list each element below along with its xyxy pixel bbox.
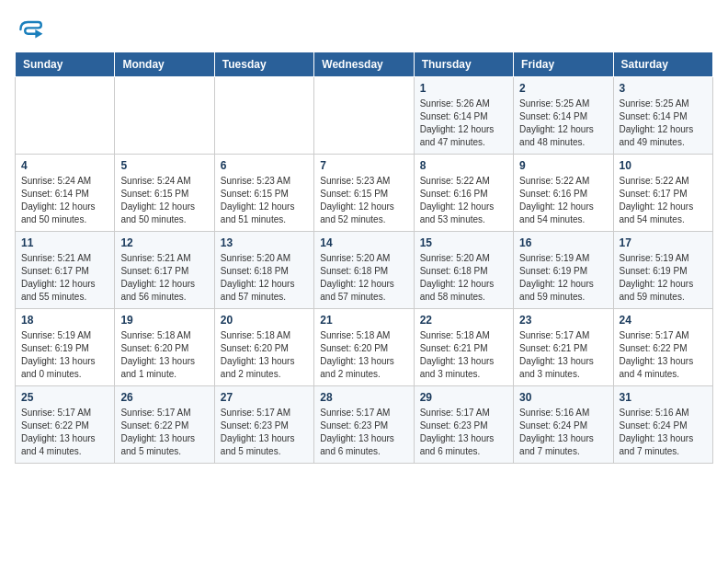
week-row-5: 25Sunrise: 5:17 AM Sunset: 6:22 PM Dayli… <box>16 386 713 464</box>
day-cell: 30Sunrise: 5:16 AM Sunset: 6:24 PM Dayli… <box>514 386 613 464</box>
day-number: 31 <box>620 391 707 404</box>
day-info: Sunrise: 5:25 AM Sunset: 6:14 PM Dayligh… <box>519 98 607 149</box>
day-cell: 23Sunrise: 5:17 AM Sunset: 6:21 PM Dayli… <box>514 309 613 386</box>
day-cell: 31Sunrise: 5:16 AM Sunset: 6:24 PM Dayli… <box>613 386 712 464</box>
day-number: 9 <box>519 159 607 172</box>
day-number: 10 <box>620 159 707 172</box>
day-info: Sunrise: 5:17 AM Sunset: 6:21 PM Dayligh… <box>519 329 607 381</box>
day-number: 25 <box>21 391 108 404</box>
day-info: Sunrise: 5:17 AM Sunset: 6:22 PM Dayligh… <box>120 407 208 458</box>
day-number: 3 <box>620 82 707 95</box>
day-cell: 18Sunrise: 5:19 AM Sunset: 6:19 PM Dayli… <box>16 309 115 386</box>
day-info: Sunrise: 5:24 AM Sunset: 6:14 PM Dayligh… <box>21 175 108 226</box>
day-info: Sunrise: 5:17 AM Sunset: 6:23 PM Dayligh… <box>320 407 407 458</box>
day-number: 26 <box>120 391 208 404</box>
day-number: 13 <box>221 236 308 249</box>
day-info: Sunrise: 5:18 AM Sunset: 6:20 PM Dayligh… <box>221 329 308 381</box>
day-info: Sunrise: 5:16 AM Sunset: 6:24 PM Dayligh… <box>620 407 707 458</box>
day-header-friday: Friday <box>514 52 613 77</box>
day-cell: 2Sunrise: 5:25 AM Sunset: 6:14 PM Daylig… <box>514 77 613 155</box>
day-cell: 27Sunrise: 5:17 AM Sunset: 6:23 PM Dayli… <box>214 386 313 464</box>
day-number: 1 <box>420 82 507 95</box>
day-info: Sunrise: 5:23 AM Sunset: 6:15 PM Dayligh… <box>320 175 407 226</box>
day-info: Sunrise: 5:19 AM Sunset: 6:19 PM Dayligh… <box>21 329 108 381</box>
day-number: 27 <box>221 391 308 404</box>
day-info: Sunrise: 5:19 AM Sunset: 6:19 PM Dayligh… <box>620 252 707 304</box>
day-number: 29 <box>420 391 507 404</box>
day-number: 4 <box>21 159 108 172</box>
week-row-1: 1Sunrise: 5:26 AM Sunset: 6:14 PM Daylig… <box>16 77 713 155</box>
day-header-monday: Monday <box>115 52 214 77</box>
day-number: 24 <box>620 314 707 327</box>
day-cell: 28Sunrise: 5:17 AM Sunset: 6:23 PM Dayli… <box>314 386 414 464</box>
day-cell: 1Sunrise: 5:26 AM Sunset: 6:14 PM Daylig… <box>414 77 513 155</box>
page-header <box>15 15 713 44</box>
day-number: 20 <box>221 314 308 327</box>
day-info: Sunrise: 5:21 AM Sunset: 6:17 PM Dayligh… <box>21 252 108 304</box>
header-row: SundayMondayTuesdayWednesdayThursdayFrid… <box>16 52 713 77</box>
day-info: Sunrise: 5:22 AM Sunset: 6:17 PM Dayligh… <box>620 175 707 226</box>
day-cell: 25Sunrise: 5:17 AM Sunset: 6:22 PM Dayli… <box>16 386 115 464</box>
day-cell <box>314 77 414 155</box>
day-info: Sunrise: 5:18 AM Sunset: 6:21 PM Dayligh… <box>420 329 507 381</box>
day-info: Sunrise: 5:17 AM Sunset: 6:22 PM Dayligh… <box>21 407 108 458</box>
week-row-3: 11Sunrise: 5:21 AM Sunset: 6:17 PM Dayli… <box>16 232 713 309</box>
day-number: 14 <box>320 236 407 249</box>
day-number: 17 <box>620 236 707 249</box>
day-cell: 10Sunrise: 5:22 AM Sunset: 6:17 PM Dayli… <box>613 155 712 232</box>
day-cell: 14Sunrise: 5:20 AM Sunset: 6:18 PM Dayli… <box>314 232 414 309</box>
day-info: Sunrise: 5:19 AM Sunset: 6:19 PM Dayligh… <box>519 252 607 304</box>
day-number: 2 <box>519 82 607 95</box>
day-cell: 5Sunrise: 5:24 AM Sunset: 6:15 PM Daylig… <box>115 155 214 232</box>
day-number: 30 <box>519 391 607 404</box>
week-row-4: 18Sunrise: 5:19 AM Sunset: 6:19 PM Dayli… <box>16 309 713 386</box>
day-cell: 8Sunrise: 5:22 AM Sunset: 6:16 PM Daylig… <box>414 155 513 232</box>
day-cell: 17Sunrise: 5:19 AM Sunset: 6:19 PM Dayli… <box>613 232 712 309</box>
day-cell: 19Sunrise: 5:18 AM Sunset: 6:20 PM Dayli… <box>115 309 214 386</box>
day-info: Sunrise: 5:17 AM Sunset: 6:23 PM Dayligh… <box>420 407 507 458</box>
day-number: 16 <box>519 236 607 249</box>
day-number: 28 <box>320 391 407 404</box>
day-cell: 13Sunrise: 5:20 AM Sunset: 6:18 PM Dayli… <box>214 232 313 309</box>
week-row-2: 4Sunrise: 5:24 AM Sunset: 6:14 PM Daylig… <box>16 155 713 232</box>
day-number: 19 <box>120 314 208 327</box>
day-number: 12 <box>120 236 208 249</box>
logo <box>15 15 50 44</box>
day-header-wednesday: Wednesday <box>314 52 414 77</box>
day-header-sunday: Sunday <box>16 52 115 77</box>
day-cell: 20Sunrise: 5:18 AM Sunset: 6:20 PM Dayli… <box>214 309 313 386</box>
day-number: 15 <box>420 236 507 249</box>
day-info: Sunrise: 5:16 AM Sunset: 6:24 PM Dayligh… <box>519 407 607 458</box>
day-info: Sunrise: 5:22 AM Sunset: 6:16 PM Dayligh… <box>519 175 607 226</box>
day-cell: 22Sunrise: 5:18 AM Sunset: 6:21 PM Dayli… <box>414 309 513 386</box>
day-info: Sunrise: 5:20 AM Sunset: 6:18 PM Dayligh… <box>420 252 507 304</box>
day-number: 22 <box>420 314 507 327</box>
day-number: 11 <box>21 236 108 249</box>
day-cell <box>115 77 214 155</box>
day-cell: 3Sunrise: 5:25 AM Sunset: 6:14 PM Daylig… <box>613 77 712 155</box>
day-number: 8 <box>420 159 507 172</box>
day-cell: 6Sunrise: 5:23 AM Sunset: 6:15 PM Daylig… <box>214 155 313 232</box>
day-info: Sunrise: 5:22 AM Sunset: 6:16 PM Dayligh… <box>420 175 507 226</box>
day-number: 18 <box>21 314 108 327</box>
logo-icon <box>15 15 44 44</box>
day-number: 6 <box>221 159 308 172</box>
day-info: Sunrise: 5:20 AM Sunset: 6:18 PM Dayligh… <box>221 252 308 304</box>
day-number: 21 <box>320 314 407 327</box>
day-info: Sunrise: 5:17 AM Sunset: 6:22 PM Dayligh… <box>620 329 707 381</box>
day-cell: 9Sunrise: 5:22 AM Sunset: 6:16 PM Daylig… <box>514 155 613 232</box>
day-cell: 12Sunrise: 5:21 AM Sunset: 6:17 PM Dayli… <box>115 232 214 309</box>
day-info: Sunrise: 5:18 AM Sunset: 6:20 PM Dayligh… <box>120 329 208 381</box>
day-info: Sunrise: 5:20 AM Sunset: 6:18 PM Dayligh… <box>320 252 407 304</box>
day-cell: 26Sunrise: 5:17 AM Sunset: 6:22 PM Dayli… <box>115 386 214 464</box>
day-header-tuesday: Tuesday <box>214 52 313 77</box>
day-cell: 15Sunrise: 5:20 AM Sunset: 6:18 PM Dayli… <box>414 232 513 309</box>
day-info: Sunrise: 5:21 AM Sunset: 6:17 PM Dayligh… <box>120 252 208 304</box>
day-cell: 7Sunrise: 5:23 AM Sunset: 6:15 PM Daylig… <box>314 155 414 232</box>
calendar-table: SundayMondayTuesdayWednesdayThursdayFrid… <box>15 52 713 464</box>
svg-rect-0 <box>15 15 44 44</box>
day-info: Sunrise: 5:17 AM Sunset: 6:23 PM Dayligh… <box>221 407 308 458</box>
day-cell: 24Sunrise: 5:17 AM Sunset: 6:22 PM Dayli… <box>613 309 712 386</box>
day-cell <box>214 77 313 155</box>
day-cell <box>16 77 115 155</box>
